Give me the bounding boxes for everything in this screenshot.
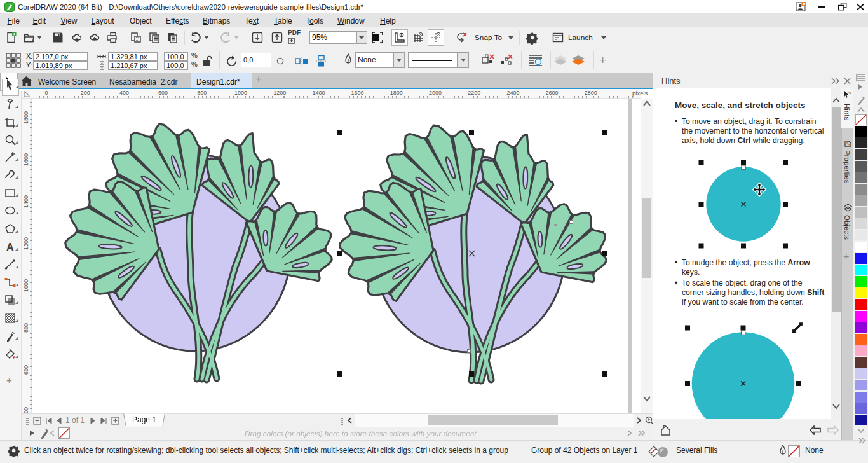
- svg-text:A: A: [6, 242, 14, 252]
- svg-text:?: ?: [848, 90, 851, 97]
